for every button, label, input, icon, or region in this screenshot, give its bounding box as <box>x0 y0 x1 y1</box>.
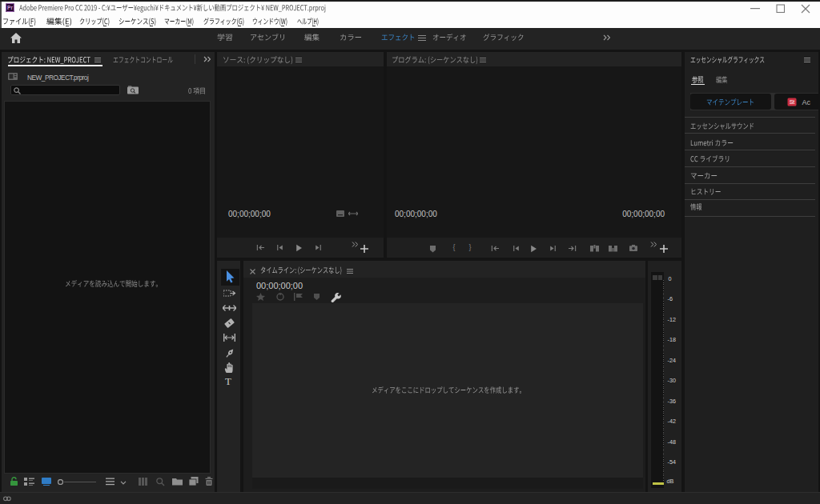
svg-text:Pr: Pr <box>7 5 13 10</box>
svg-text:St: St <box>790 99 795 105</box>
